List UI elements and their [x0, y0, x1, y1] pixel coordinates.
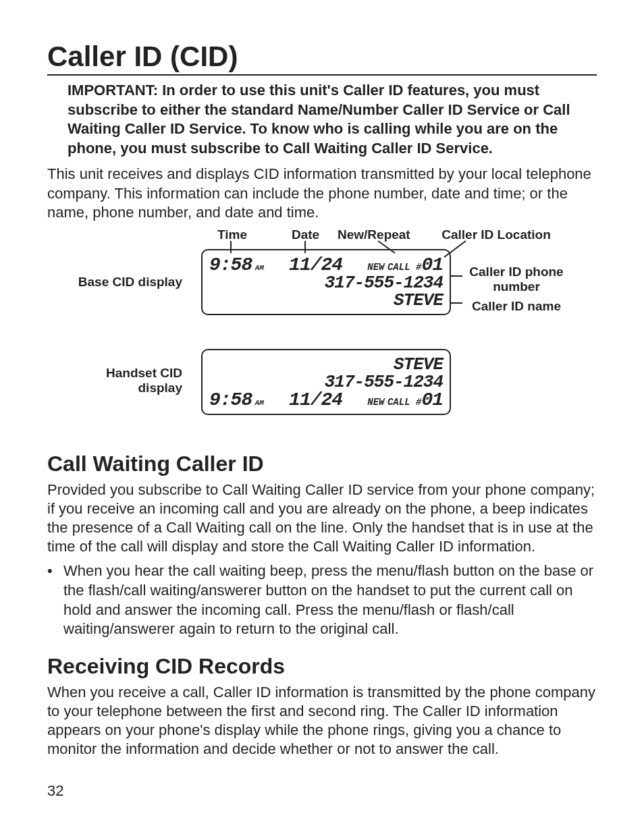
receiving-body: When you receive a call, Caller ID infor… [47, 683, 597, 759]
section-title-cwcid: Call Waiting Caller ID [47, 452, 597, 476]
page-title: Caller ID (CID) [47, 40, 597, 76]
leader-lines [47, 227, 597, 437]
cid-diagram: Time Date New/Repeat Caller ID Location … [47, 227, 597, 437]
important-notice: IMPORTANT: In order to use this unit's C… [47, 81, 597, 158]
section-title-receiving: Receiving CID Records [47, 654, 597, 679]
svg-line-3 [444, 241, 466, 257]
intro-paragraph: This unit receives and displays CID info… [47, 165, 597, 221]
svg-line-2 [378, 241, 395, 253]
cwcid-bullet: When you hear the call waiting beep, pre… [47, 562, 597, 638]
page-number: 32 [47, 782, 63, 800]
cwcid-body: Provided you subscribe to Call Waiting C… [47, 481, 597, 557]
